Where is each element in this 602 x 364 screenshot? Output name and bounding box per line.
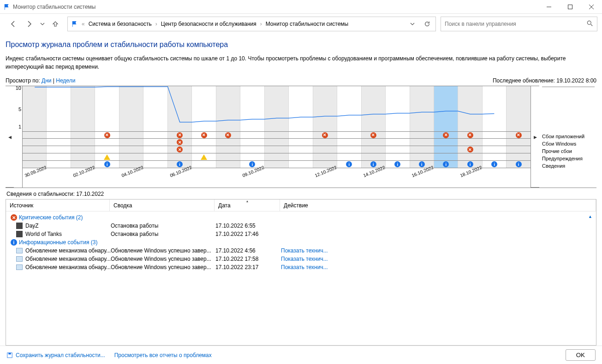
breadcrumb-item[interactable]: Система и безопасность	[89, 21, 152, 27]
event-cell[interactable]	[46, 146, 70, 153]
ok-button[interactable]: OK	[566, 349, 596, 361]
event-cell[interactable]	[506, 139, 530, 146]
history-dropdown[interactable]	[38, 16, 47, 32]
collapse-icon[interactable]: ▲	[588, 214, 592, 219]
scroll-left-button[interactable]: ◂	[6, 86, 14, 188]
event-cell[interactable]	[410, 146, 434, 153]
event-cell[interactable]	[143, 132, 167, 139]
event-cell[interactable]: i	[434, 161, 458, 168]
event-cell[interactable]	[264, 146, 288, 153]
event-cell[interactable]	[143, 161, 167, 168]
chart-column[interactable]	[458, 86, 482, 131]
event-cell[interactable]	[313, 139, 337, 146]
event-cell[interactable]	[288, 139, 312, 146]
forward-button[interactable]	[21, 16, 38, 32]
stability-plot[interactable]	[23, 86, 530, 132]
event-cell[interactable]	[46, 132, 70, 139]
event-cell[interactable]	[361, 153, 385, 160]
chart-column[interactable]	[216, 86, 240, 131]
close-button[interactable]	[581, 0, 602, 14]
event-cell[interactable]	[216, 146, 240, 153]
table-group[interactable]: iИнформационные события (3)	[7, 238, 595, 247]
chart-column[interactable]	[337, 86, 361, 131]
breadcrumb-item[interactable]: Монитор стабильности системы	[266, 21, 349, 27]
event-cell[interactable]	[434, 139, 458, 146]
breadcrumb-item[interactable]: Центр безопасности и обслуживания	[161, 21, 256, 27]
event-cell[interactable]	[506, 153, 530, 160]
event-cell[interactable]	[46, 139, 70, 146]
table-row[interactable]: Обновление механизма обнару...Обновление…	[7, 263, 595, 271]
table-row[interactable]: Обновление механизма обнару...Обновление…	[7, 247, 595, 255]
event-cell[interactable]: ✕	[191, 132, 215, 139]
table-row[interactable]: DayZОстановка работы17.10.2022 6:55	[7, 222, 595, 230]
event-cell[interactable]	[288, 132, 312, 139]
event-cell[interactable]	[191, 146, 215, 153]
address-dropdown[interactable]	[406, 18, 419, 30]
event-cell[interactable]	[482, 132, 506, 139]
event-cell[interactable]: ✕	[167, 132, 191, 139]
event-cell[interactable]: ✕	[216, 132, 240, 139]
event-cell[interactable]	[313, 153, 337, 160]
chart-column[interactable]	[361, 86, 385, 131]
event-cell[interactable]: ✕	[167, 146, 191, 153]
event-cell[interactable]	[23, 139, 46, 146]
save-history-link[interactable]: Сохранить журнал стабильности...	[6, 352, 105, 358]
chart-column[interactable]	[410, 86, 434, 131]
event-cell[interactable]	[119, 153, 143, 160]
event-cell[interactable]	[313, 146, 337, 153]
back-button[interactable]	[5, 16, 21, 32]
event-cell[interactable]	[143, 153, 167, 160]
maximize-button[interactable]	[560, 0, 581, 14]
chart-column[interactable]	[434, 86, 458, 131]
event-cell[interactable]: ✕	[361, 132, 385, 139]
event-cell[interactable]	[191, 139, 215, 146]
event-cell[interactable]	[361, 139, 385, 146]
event-cell[interactable]	[71, 132, 95, 139]
chart-column[interactable]	[95, 86, 119, 131]
table-group[interactable]: ✕Критические события (2)	[7, 213, 595, 222]
table-row[interactable]: World of TanksОстановка работы17.10.2022…	[7, 230, 595, 238]
minimize-button[interactable]	[538, 0, 560, 14]
event-cell[interactable]	[46, 161, 70, 168]
chart-column[interactable]	[46, 86, 70, 131]
event-cell[interactable]	[337, 153, 361, 160]
chart-column[interactable]	[119, 86, 143, 131]
chart-column[interactable]	[71, 86, 95, 131]
event-cell[interactable]	[337, 139, 361, 146]
view-by-weeks[interactable]: Недели	[56, 77, 75, 84]
event-cell[interactable]	[23, 146, 46, 153]
table-row[interactable]: Обновление механизма обнару...Обновление…	[7, 255, 595, 263]
event-cell[interactable]	[264, 132, 288, 139]
search-box[interactable]	[441, 17, 597, 31]
event-cell[interactable]	[410, 139, 434, 146]
event-cell[interactable]	[288, 153, 312, 160]
chart-column[interactable]	[143, 86, 167, 131]
event-cell[interactable]	[337, 132, 361, 139]
event-cell[interactable]	[264, 161, 288, 168]
event-cell[interactable]: ✕	[458, 132, 482, 139]
event-cell[interactable]	[23, 132, 46, 139]
event-cell[interactable]: ✕	[167, 139, 191, 146]
event-cell[interactable]	[216, 139, 240, 146]
event-cell[interactable]	[240, 146, 264, 153]
col-summary[interactable]: Сводка	[110, 200, 215, 211]
event-cell[interactable]: i	[337, 161, 361, 168]
event-cell[interactable]	[119, 139, 143, 146]
event-cell[interactable]	[458, 153, 482, 160]
event-cell[interactable]	[410, 153, 434, 160]
event-cell[interactable]	[385, 146, 409, 153]
chart-column[interactable]	[240, 86, 264, 131]
event-cell[interactable]	[385, 132, 409, 139]
address-bar[interactable]: « Система и безопасность › Центр безопас…	[67, 17, 436, 31]
event-cell[interactable]: ✕	[506, 132, 530, 139]
col-action[interactable]: Действие	[280, 200, 596, 211]
chart-column[interactable]	[385, 86, 409, 131]
event-cell[interactable]	[23, 153, 46, 160]
event-cell[interactable]: ✕	[313, 132, 337, 139]
event-cell[interactable]	[71, 139, 95, 146]
event-cell[interactable]	[216, 161, 240, 168]
event-cell[interactable]	[119, 132, 143, 139]
event-cell[interactable]	[361, 146, 385, 153]
event-cell[interactable]	[95, 153, 119, 160]
event-cell[interactable]	[264, 139, 288, 146]
